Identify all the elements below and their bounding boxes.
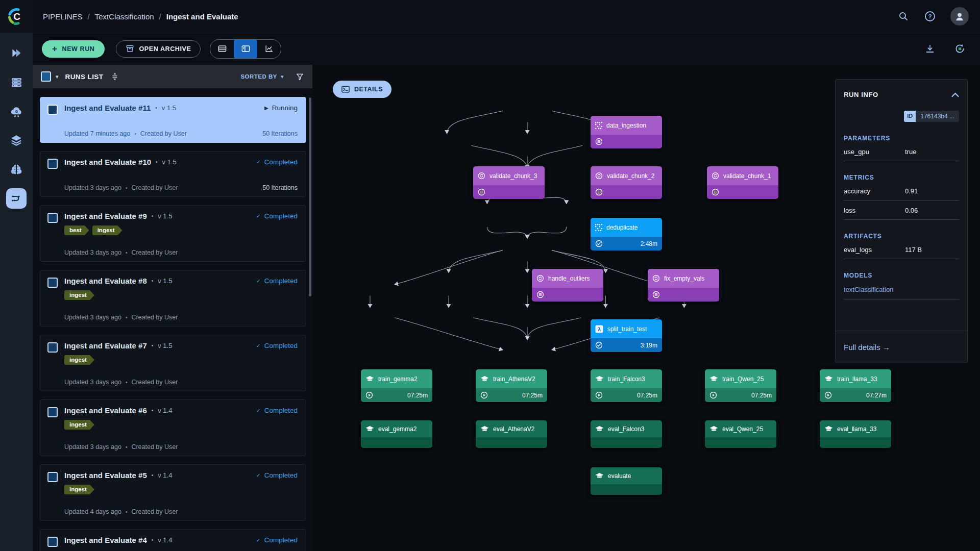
- pipeline-step-eval_Qwen_25[interactable]: eval_Qwen_25: [705, 420, 776, 448]
- pipeline-step-evaluate[interactable]: evaluate: [591, 467, 662, 495]
- run-checkbox[interactable]: [47, 342, 58, 353]
- pipeline-step-train_Falcon3[interactable]: train_Falcon3 07:25m: [591, 369, 662, 402]
- run-checkbox[interactable]: [47, 159, 58, 169]
- app-logo[interactable]: C: [0, 0, 33, 33]
- run-title[interactable]: Ingest and Evaluate #6: [64, 406, 147, 415]
- sidebar-item-models[interactable]: [6, 159, 27, 180]
- pipeline-step-validate_chunk_1[interactable]: validate_chunk_1: [707, 166, 778, 199]
- run-updated: Updated 3 days ago: [64, 314, 121, 321]
- run-row[interactable]: Ingest and Evaluate #6 •v 1.4 ✓Completed…: [40, 399, 306, 456]
- sidebar-item-hyper-datasets[interactable]: [6, 130, 27, 151]
- select-all-checkbox[interactable]: [41, 71, 51, 82]
- step-label: train_Falcon3: [608, 375, 645, 383]
- check-status-icon: [595, 240, 603, 247]
- edge-validate_chunk_3-to-deduplicate: [472, 145, 528, 169]
- run-checkbox[interactable]: [47, 537, 58, 547]
- new-run-button[interactable]: + NEW RUN: [42, 40, 105, 58]
- run-updated: Updated 3 days ago: [64, 443, 121, 450]
- run-row[interactable]: Ingest and Evaluate #10 •v 1.5 ✓Complete…: [40, 151, 306, 197]
- run-title[interactable]: Ingest and Evaluate #7: [64, 341, 147, 350]
- chart-view-button[interactable]: [257, 40, 281, 58]
- select-all-caret-icon[interactable]: ▾: [56, 73, 59, 80]
- run-row[interactable]: Ingest and Evaluate #7 •v 1.5 ✓Completed…: [40, 335, 306, 391]
- breadcrumb-pipelines[interactable]: PIPELINES: [43, 12, 83, 21]
- sorted-by-dropdown[interactable]: SORTED BY ▾: [240, 73, 284, 80]
- pipeline-step-data_ingestion[interactable]: data_ingestion: [591, 116, 662, 148]
- run-tags: bestingest: [64, 226, 298, 235]
- run-id-chip[interactable]: ID 176143b4 ...: [904, 111, 959, 122]
- pipeline-step-handle_outliers[interactable]: handle_outliers: [532, 269, 603, 302]
- runs-scrollbar[interactable]: [309, 97, 311, 296]
- pipeline-step-validate_chunk_3[interactable]: validate_chunk_3: [473, 166, 545, 199]
- pipeline-step-eval_gemma2[interactable]: eval_gemma2: [361, 420, 432, 448]
- download-icon[interactable]: [924, 43, 936, 55]
- pipeline-step-eval_Falcon3[interactable]: eval_Falcon3: [591, 420, 662, 448]
- sidebar-item-datasets[interactable]: [6, 72, 27, 92]
- run-row[interactable]: Ingest and Evaluate #11 •v 1.5 ▶Running …: [40, 97, 306, 143]
- table-view-button[interactable]: [210, 40, 234, 58]
- run-row[interactable]: Ingest and Evaluate #5 •v 1.4 ✓Completed…: [40, 464, 306, 521]
- cap-icon: [595, 472, 604, 480]
- tag-chip[interactable]: ingest: [92, 226, 122, 235]
- split-view-button[interactable]: [234, 40, 257, 58]
- run-title[interactable]: Ingest and Evaluate #8: [64, 277, 147, 285]
- sidebar-item-pipelines[interactable]: [6, 188, 27, 209]
- section-title: PARAMETERS: [844, 135, 959, 142]
- sidebar-item-data-processing[interactable]: [6, 101, 27, 121]
- run-meta: Updated 3 days ago • Created by User: [64, 443, 298, 450]
- run-checkbox[interactable]: [47, 213, 58, 223]
- run-updated: Updated 7 minutes ago: [64, 130, 130, 137]
- pipeline-step-deduplicate[interactable]: deduplicate 2:48m: [591, 218, 662, 251]
- step-label: train_llama_33: [837, 375, 877, 383]
- run-title[interactable]: Ingest and Evaluate #4: [64, 536, 147, 544]
- tag-chip[interactable]: ingest: [64, 485, 94, 494]
- clearml-logo-icon: C: [6, 6, 27, 27]
- run-checkbox[interactable]: [47, 472, 58, 482]
- filter-icon[interactable]: [296, 72, 304, 81]
- run-creator: Created by User: [131, 379, 178, 386]
- sidebar-item-projects[interactable]: [6, 43, 27, 63]
- info-key: loss: [844, 207, 905, 214]
- tag-chip[interactable]: ingest: [64, 290, 94, 300]
- run-info-footer-divider: [836, 331, 967, 331]
- run-checkbox[interactable]: [47, 407, 58, 417]
- pipeline-step-train_gemma2[interactable]: train_gemma2 07:25m: [361, 369, 432, 402]
- view-toggle-group: [210, 39, 281, 59]
- collapse-rows-icon[interactable]: [111, 72, 119, 81]
- run-title[interactable]: Ingest and Evaluate #5: [64, 471, 147, 480]
- run-tags: ingest: [64, 355, 298, 365]
- run-title[interactable]: Ingest and Evaluate #9: [64, 212, 147, 220]
- tag-chip[interactable]: ingest: [64, 420, 94, 430]
- open-archive-button[interactable]: OPEN ARCHIVE: [116, 40, 201, 58]
- run-row[interactable]: Ingest and Evaluate #9 •v 1.5 ✓Completed…: [40, 205, 306, 262]
- run-status: ▶Running: [264, 104, 298, 112]
- pipeline-step-split_train_test[interactable]: λ split_train_test 3:19m: [591, 319, 662, 352]
- tag-chip[interactable]: ingest: [64, 355, 94, 365]
- search-icon[interactable]: [897, 10, 910, 22]
- pipeline-step-validate_chunk_2[interactable]: validate_chunk_2: [591, 166, 662, 199]
- run-checkbox[interactable]: [47, 105, 58, 115]
- run-checkbox[interactable]: [47, 278, 58, 288]
- pipeline-step-train_AthenaV2[interactable]: train_AthenaV2 07:25m: [476, 369, 547, 402]
- run-row[interactable]: Ingest and Evaluate #8 •v 1.5 ✓Completed…: [40, 270, 306, 327]
- breadcrumb-project[interactable]: TextClassification: [95, 12, 154, 21]
- collapse-panel-chevron-up-icon[interactable]: [951, 92, 959, 97]
- details-button[interactable]: DETAILS: [333, 81, 391, 98]
- step-label: train_AthenaV2: [493, 375, 535, 383]
- step-label: data_ingestion: [606, 122, 646, 129]
- tag-chip[interactable]: best: [64, 226, 89, 235]
- run-title[interactable]: Ingest and Evaluate #10: [64, 158, 151, 166]
- full-details-link[interactable]: Full details →: [844, 343, 890, 352]
- pipeline-step-eval_AthenaV2[interactable]: eval_AthenaV2: [476, 420, 547, 448]
- pipeline-step-fix_empty_vals[interactable]: fix_empty_vals: [648, 269, 719, 302]
- edge-split_train_test-to-train_gemma2: [395, 251, 503, 285]
- pipeline-step-eval_llama_33[interactable]: eval_llama_33: [820, 420, 891, 448]
- auto-refresh-icon[interactable]: [954, 43, 966, 55]
- user-avatar[interactable]: [950, 7, 969, 26]
- run-row[interactable]: Ingest and Evaluate #4 •v 1.4 ✓Completed: [40, 529, 306, 551]
- pipeline-step-train_Qwen_25[interactable]: train_Qwen_25 07:25m: [705, 369, 776, 402]
- run-title[interactable]: Ingest and Evaluate #11: [64, 104, 151, 112]
- pipeline-step-train_llama_33[interactable]: train_llama_33 07:27m: [820, 369, 891, 402]
- help-icon[interactable]: ?: [924, 10, 936, 22]
- model-link[interactable]: textClassification: [844, 279, 959, 299]
